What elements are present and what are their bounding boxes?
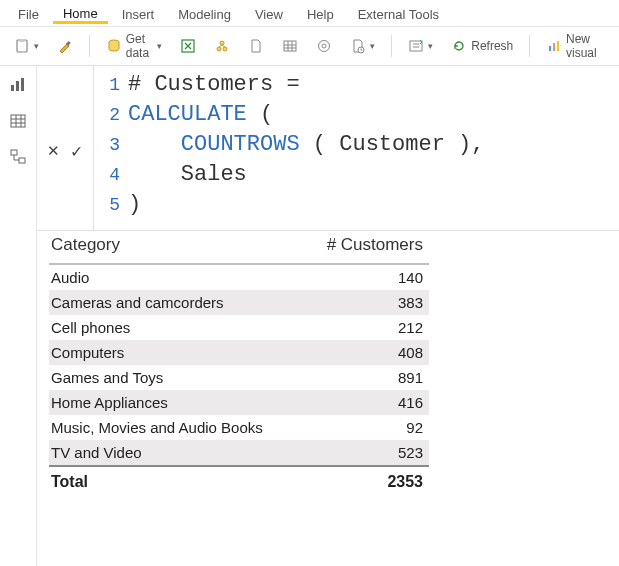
data-view-icon[interactable] [9, 112, 27, 130]
get-data-label: Get data [126, 32, 154, 60]
spreadsheet-icon [180, 38, 196, 54]
svg-rect-16 [11, 85, 14, 91]
format-painter-button[interactable] [51, 34, 79, 58]
cell-category: Cell phones [49, 315, 307, 340]
cell-count: 891 [307, 365, 429, 390]
cancel-formula-button[interactable]: ✕ [47, 142, 60, 160]
excel-source-button[interactable] [174, 34, 202, 58]
chevron-down-icon: ▾ [34, 41, 39, 51]
svg-point-6 [223, 47, 227, 51]
cell-count: 383 [307, 290, 429, 315]
table-row[interactable]: Cameras and camcorders383 [49, 290, 429, 315]
dataverse-button[interactable] [310, 34, 338, 58]
svg-rect-13 [549, 46, 551, 51]
line-number: 1 [94, 70, 128, 100]
transform-data-button[interactable]: ▾ [402, 34, 439, 58]
chevron-down-icon: ▾ [157, 41, 162, 51]
cell-count: 92 [307, 415, 429, 440]
svg-point-7 [220, 41, 224, 45]
table-row[interactable]: Audio140 [49, 264, 429, 290]
formula-bar: ✕ ✓ 1# Customers =2CALCULATE (3 COUNTROW… [37, 66, 619, 231]
table-row[interactable]: TV and Video523 [49, 440, 429, 466]
clipboard-icon [14, 38, 30, 54]
table-row[interactable]: Cell phones212 [49, 315, 429, 340]
cell-count: 140 [307, 264, 429, 290]
report-view-icon[interactable] [9, 76, 27, 94]
col-header-count[interactable]: # Customers [307, 231, 429, 264]
svg-rect-8 [284, 41, 296, 51]
model-view-icon[interactable] [9, 148, 27, 166]
table-row[interactable]: Games and Toys891 [49, 365, 429, 390]
main-area: ✕ ✓ 1# Customers =2CALCULATE (3 COUNTROW… [37, 66, 619, 566]
col-header-category[interactable]: Category [49, 231, 307, 264]
table-row[interactable]: Home Appliances416 [49, 390, 429, 415]
separator [391, 35, 392, 57]
line-number: 3 [94, 130, 128, 160]
code-line[interactable]: CALCULATE ( [128, 100, 273, 130]
svg-rect-1 [19, 39, 25, 42]
cell-category: Computers [49, 340, 307, 365]
menu-view[interactable]: View [245, 3, 293, 24]
code-line[interactable]: ) [128, 190, 141, 220]
menu-help[interactable]: Help [297, 3, 344, 24]
new-visual-label: New visual [566, 32, 605, 60]
enter-data-button[interactable] [276, 34, 304, 58]
total-value: 2353 [307, 466, 429, 495]
menubar: FileHomeInsertModelingViewHelpExternal T… [0, 0, 619, 27]
chevron-down-icon: ▾ [428, 41, 433, 51]
svg-rect-21 [19, 158, 25, 163]
view-sidebar [0, 66, 37, 566]
brush-icon [57, 38, 73, 54]
svg-point-10 [322, 44, 326, 48]
cell-category: Music, Movies and Audio Books [49, 415, 307, 440]
separator [89, 35, 90, 57]
cell-count: 523 [307, 440, 429, 466]
table-row[interactable]: Music, Movies and Audio Books92 [49, 415, 429, 440]
sql-source-button[interactable] [242, 34, 270, 58]
svg-rect-12 [410, 41, 422, 51]
table-icon [282, 38, 298, 54]
menu-insert[interactable]: Insert [112, 3, 165, 24]
cell-category: Games and Toys [49, 365, 307, 390]
recent-sources-button[interactable]: ▾ [344, 34, 381, 58]
svg-rect-15 [557, 41, 559, 51]
svg-rect-17 [16, 81, 19, 91]
workspace: ✕ ✓ 1# Customers =2CALCULATE (3 COUNTROW… [0, 66, 619, 566]
menu-external-tools[interactable]: External Tools [348, 3, 449, 24]
code-line[interactable]: Sales [128, 160, 247, 190]
results-table: Category # Customers Audio140Cameras and… [49, 231, 429, 495]
commit-formula-button[interactable]: ✓ [70, 142, 83, 161]
datahub-button[interactable] [208, 34, 236, 58]
cell-category: Home Appliances [49, 390, 307, 415]
cell-category: Cameras and camcorders [49, 290, 307, 315]
refresh-button[interactable]: Refresh [445, 34, 519, 58]
menu-home[interactable]: Home [53, 2, 108, 24]
table-row[interactable]: Computers408 [49, 340, 429, 365]
cell-count: 416 [307, 390, 429, 415]
separator [529, 35, 530, 57]
refresh-label: Refresh [471, 39, 513, 53]
total-label: Total [49, 466, 307, 495]
svg-rect-18 [21, 78, 24, 91]
database-icon [106, 38, 122, 54]
cell-count: 212 [307, 315, 429, 340]
page-icon [248, 38, 264, 54]
menu-file[interactable]: File [8, 3, 49, 24]
code-line[interactable]: COUNTROWS ( Customer ), [128, 130, 484, 160]
cloud-hub-icon [214, 38, 230, 54]
table-body: Audio140Cameras and camcorders383Cell ph… [49, 264, 429, 495]
get-data-button[interactable]: Get data ▾ [100, 28, 169, 64]
chart-icon [546, 38, 562, 54]
transform-icon [408, 38, 424, 54]
dax-editor[interactable]: 1# Customers =2CALCULATE (3 COUNTROWS ( … [94, 66, 619, 230]
svg-rect-19 [11, 115, 25, 127]
table-total-row: Total2353 [49, 466, 429, 495]
recent-icon [350, 38, 366, 54]
menu-modeling[interactable]: Modeling [168, 3, 241, 24]
paste-button[interactable]: ▾ [8, 34, 45, 58]
chevron-down-icon: ▾ [370, 41, 375, 51]
ribbon-toolbar: ▾ Get data ▾ [0, 27, 619, 66]
code-line[interactable]: # Customers = [128, 70, 300, 100]
svg-point-9 [319, 41, 330, 52]
new-visual-button[interactable]: New visual [540, 28, 611, 64]
